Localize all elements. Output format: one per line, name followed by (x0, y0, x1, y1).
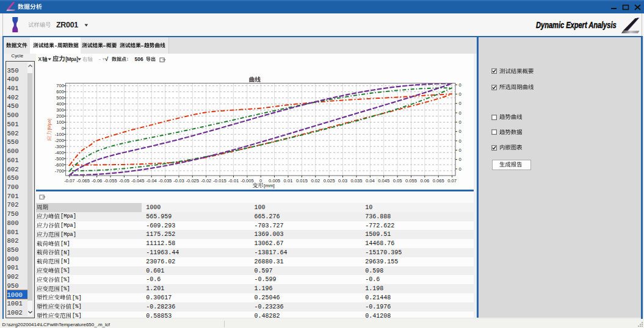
svg-text:-300: -300 (55, 144, 64, 149)
svg-text:-0.05: -0.05 (119, 178, 129, 184)
svg-text:0.01: 0.01 (284, 178, 293, 184)
svg-text:0: 0 (62, 126, 64, 131)
svg-text:-0.03: -0.03 (173, 178, 184, 184)
svg-text:0.005: 0.005 (269, 178, 280, 184)
svg-text:-0.065: -0.065 (77, 178, 90, 184)
svg-text:100: 100 (56, 119, 64, 125)
svg-text:[mm]: [mm] (264, 183, 275, 188)
svg-text:0: 0 (459, 166, 461, 172)
svg-text:-0.015: -0.015 (213, 178, 226, 184)
svg-text:400: 400 (56, 101, 64, 107)
svg-text:-0.045: -0.045 (131, 178, 145, 184)
svg-text:0.055: 0.055 (405, 178, 417, 184)
svg-text:0.045: 0.045 (378, 178, 389, 184)
svg-text:0.07: 0.07 (447, 178, 457, 184)
svg-text:0: 0 (459, 148, 461, 153)
svg-text:-200: -200 (55, 138, 64, 143)
svg-text:-0.06: -0.06 (92, 178, 102, 184)
svg-text:-400: -400 (55, 150, 64, 155)
svg-text:0.06: 0.06 (420, 178, 429, 184)
svg-text:0.03: 0.03 (338, 178, 347, 184)
svg-text:0: 0 (459, 101, 461, 106)
svg-text:-0.01: -0.01 (228, 178, 239, 184)
svg-text:0.04: 0.04 (366, 178, 375, 184)
svg-text:-600: -600 (55, 162, 64, 168)
svg-text:-0.005: -0.005 (241, 178, 254, 184)
svg-text:0.025: 0.025 (324, 178, 335, 184)
svg-text:-0.035: -0.035 (159, 178, 172, 184)
svg-text:[Mpa]: [Mpa] (46, 119, 52, 130)
svg-text:-0.02: -0.02 (201, 178, 211, 184)
svg-text:0: 0 (259, 178, 262, 184)
svg-text:0: 0 (459, 119, 461, 125)
svg-text:0: 0 (459, 129, 461, 134)
svg-text:500: 500 (56, 95, 64, 101)
svg-text:0: 0 (459, 157, 461, 162)
svg-text:0: 0 (459, 110, 461, 116)
svg-text:0.015: 0.015 (296, 178, 308, 184)
svg-text:-500: -500 (55, 156, 64, 162)
svg-text:0.02: 0.02 (311, 178, 320, 184)
svg-text:-0.025: -0.025 (186, 178, 200, 184)
svg-text:-100: -100 (55, 132, 64, 137)
svg-text:700: 700 (56, 83, 64, 88)
svg-text:600: 600 (56, 89, 64, 94)
svg-text:0.05: 0.05 (393, 178, 402, 184)
svg-text:0: 0 (459, 91, 461, 97)
svg-text:-0.07: -0.07 (64, 178, 74, 184)
svg-text:-0.04: -0.04 (147, 178, 157, 184)
svg-text:0.065: 0.065 (433, 178, 444, 184)
svg-text:-0.055: -0.055 (104, 178, 117, 184)
svg-text:0: 0 (459, 82, 461, 88)
svg-text:0.035: 0.035 (350, 178, 362, 184)
svg-text:300: 300 (56, 107, 64, 113)
svg-text:0: 0 (459, 138, 461, 144)
svg-text:-700: -700 (55, 168, 64, 174)
svg-text:200: 200 (56, 113, 64, 119)
